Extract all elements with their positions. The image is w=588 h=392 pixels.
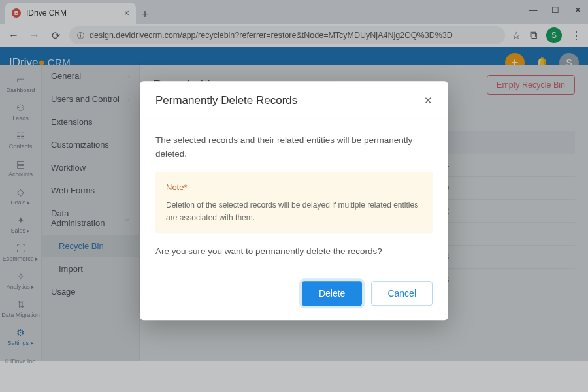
modal-message: The selected records and their related e…	[155, 134, 433, 161]
confirm-delete-button[interactable]: Delete	[302, 281, 362, 306]
note-title: Note*	[166, 181, 422, 194]
modal-title: Permanently Delete Records	[155, 94, 297, 107]
modal-confirm-question: Are you sure you want to permanently del…	[155, 246, 433, 259]
note-box: Note* Deletion of the selected records w…	[155, 172, 433, 234]
delete-confirm-dialog: Permanently Delete Records ✕ The selecte…	[140, 81, 448, 320]
close-icon[interactable]: ✕	[424, 95, 433, 106]
cancel-button[interactable]: Cancel	[371, 281, 433, 306]
note-text: Deletion of the selected records will be…	[166, 199, 422, 224]
